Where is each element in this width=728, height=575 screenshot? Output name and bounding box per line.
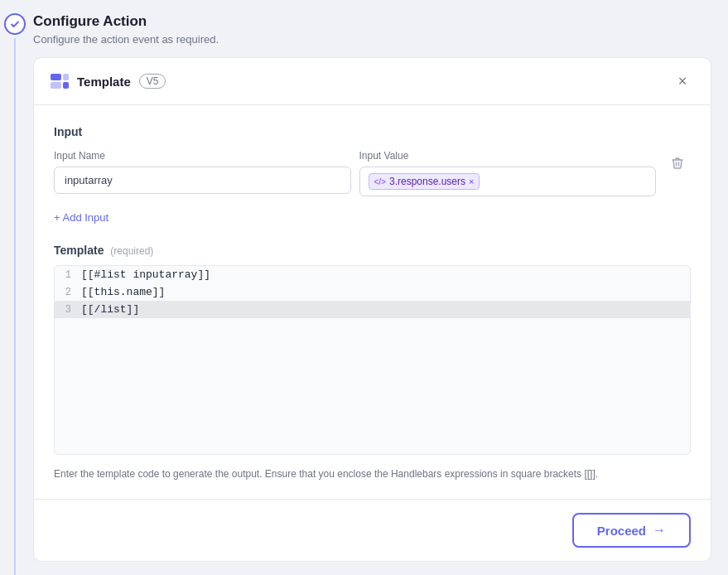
line-number: 2	[55, 287, 81, 298]
input-value-field[interactable]: </> 3.response.users ×	[359, 167, 657, 196]
name-col-header: Input Name	[54, 150, 351, 162]
code-line: 3[[/list]]	[55, 301, 690, 318]
delete-col	[664, 150, 691, 179]
trash-icon	[671, 157, 684, 170]
template-icon	[51, 74, 69, 89]
value-col-header: Input Value	[359, 150, 657, 162]
svg-rect-3	[63, 82, 69, 89]
line-content: [[/list]]	[81, 303, 139, 316]
helper-text: Enter the template code to generate the …	[54, 466, 691, 482]
proceed-label: Proceed	[597, 524, 646, 538]
line-number: 1	[55, 269, 81, 281]
code-tag-icon: </>	[374, 177, 386, 186]
code-line: 2[[this.name]]	[55, 283, 690, 301]
line-content: [[#list inputarray]]	[81, 268, 210, 281]
input-section-title: Input	[54, 125, 691, 138]
proceed-button[interactable]: Proceed →	[572, 513, 691, 548]
step-icon	[10, 19, 20, 29]
required-label: (required)	[110, 245, 153, 257]
page-subtitle: Configure the action event as required.	[33, 33, 711, 46]
card-header-left: Template V5	[51, 74, 166, 89]
main-content: Configure Action Configure the action ev…	[30, 0, 728, 575]
left-bar	[0, 0, 30, 575]
input-name-col: Input Name	[54, 150, 351, 194]
arrow-right-icon: →	[653, 523, 666, 538]
tag-remove-button[interactable]: ×	[469, 177, 474, 186]
input-grid: Input Name Input Value </> 3.response.us…	[54, 150, 691, 196]
svg-rect-0	[51, 74, 61, 80]
svg-rect-2	[63, 74, 69, 80]
card-footer: Proceed →	[34, 499, 711, 561]
input-name-field[interactable]	[54, 167, 351, 194]
input-value-col: Input Value </> 3.response.users ×	[359, 150, 657, 196]
step-indicator	[4, 13, 26, 35]
card-title: Template	[77, 75, 131, 89]
line-content: [[this.name]]	[81, 286, 165, 298]
page-title: Configure Action	[33, 13, 711, 30]
configure-card: Template V5 × Input Input Name Input Val…	[33, 57, 711, 562]
tag-item: </> 3.response.users ×	[369, 173, 480, 190]
delete-input-button[interactable]	[664, 150, 691, 176]
card-body: Input Input Name Input Value </> 3.respo…	[34, 105, 711, 499]
close-button[interactable]: ×	[671, 70, 694, 93]
template-section-title: Template (required)	[54, 244, 691, 257]
code-line: 1[[#list inputarray]]	[55, 266, 690, 283]
line-number: 3	[55, 304, 81, 316]
code-editor[interactable]: 1[[#list inputarray]]2[[this.name]]3[[/l…	[54, 265, 691, 455]
step-line	[14, 38, 16, 575]
card-header: Template V5 ×	[34, 58, 711, 105]
version-badge: V5	[139, 74, 166, 89]
add-input-button[interactable]: + Add Input	[54, 208, 691, 227]
tag-label: 3.response.users	[389, 176, 465, 187]
svg-rect-1	[51, 82, 61, 89]
close-icon: ×	[678, 73, 687, 90]
